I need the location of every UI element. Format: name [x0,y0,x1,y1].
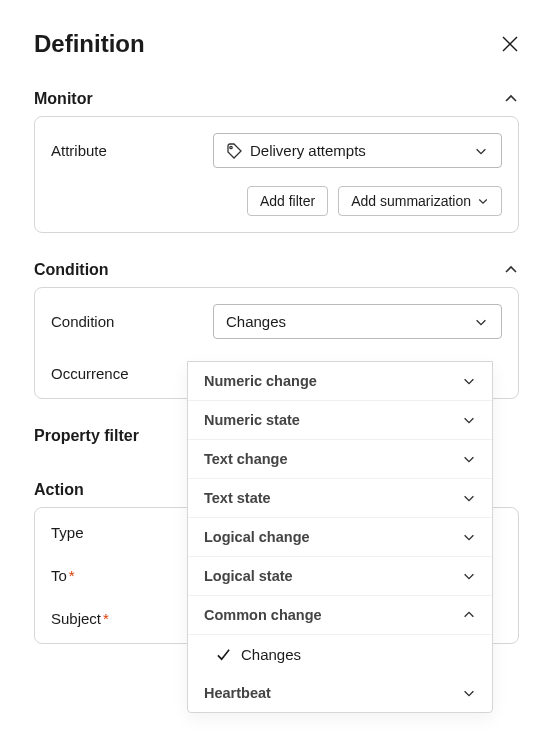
dropdown-group-heartbeat[interactable]: Heartbeat [188,674,492,712]
condition-dropdown[interactable]: Numeric change Numeric state Text change… [187,361,493,713]
dropdown-label: Numeric state [204,412,300,428]
dropdown-label: Logical change [204,529,310,545]
type-label: Type [51,524,201,541]
chevron-down-icon [462,452,476,466]
occurrence-label: Occurrence [51,365,201,382]
add-summarization-button[interactable]: Add summarization [338,186,502,216]
dropdown-group-logical-state[interactable]: Logical state [188,557,492,596]
section-title-monitor: Monitor [34,90,93,108]
attribute-select[interactable]: Delivery attempts [213,133,502,168]
dropdown-label: Logical state [204,568,293,584]
section-title-condition: Condition [34,261,109,279]
dropdown-group-text-change[interactable]: Text change [188,440,492,479]
to-label: To* [51,567,201,584]
dropdown-label: Common change [204,607,322,623]
check-icon [216,647,231,662]
attribute-label: Attribute [51,142,201,159]
condition-select[interactable]: Changes [213,304,502,339]
svg-point-2 [230,146,232,148]
dropdown-group-logical-change[interactable]: Logical change [188,518,492,557]
close-button[interactable] [497,31,523,57]
chevron-down-icon [462,686,476,700]
chevron-down-icon [462,569,476,583]
dropdown-group-numeric-change[interactable]: Numeric change [188,362,492,401]
tag-icon [226,143,242,159]
panel-header: Definition [34,0,519,76]
section-title-property-filter: Property filter [34,427,139,445]
dropdown-label: Numeric change [204,373,317,389]
chevron-up-icon [462,608,476,622]
dropdown-label: Text state [204,490,271,506]
page-title: Definition [34,30,145,58]
close-icon [501,35,519,53]
dropdown-group-common-change[interactable]: Common change [188,596,492,635]
condition-row: Condition Changes [51,304,502,339]
condition-value: Changes [226,313,286,330]
chevron-up-icon [503,91,519,107]
dropdown-group-numeric-state[interactable]: Numeric state [188,401,492,440]
add-summarization-label: Add summarization [351,193,471,209]
chevron-down-icon [462,491,476,505]
attribute-row: Attribute Delivery attempts [51,133,502,168]
section-head-monitor[interactable]: Monitor [34,76,519,116]
chevron-down-icon [462,413,476,427]
monitor-card: Attribute Delivery attempts Add filter A… [34,116,519,233]
dropdown-group-text-state[interactable]: Text state [188,479,492,518]
chevron-down-icon [474,144,488,158]
section-head-condition[interactable]: Condition [34,247,519,287]
chevron-down-icon [462,374,476,388]
chevron-down-icon [477,195,489,207]
chevron-down-icon [474,315,488,329]
dropdown-option-changes[interactable]: Changes [188,635,492,674]
dropdown-label: Heartbeat [204,685,271,701]
subject-label: Subject* [51,610,201,627]
condition-label: Condition [51,313,201,330]
add-filter-button[interactable]: Add filter [247,186,328,216]
attribute-value: Delivery attempts [250,142,366,159]
monitor-actions: Add filter Add summarization [51,186,502,216]
scrollbar[interactable] [521,0,537,747]
chevron-down-icon [462,530,476,544]
chevron-up-icon [503,262,519,278]
dropdown-label: Text change [204,451,288,467]
dropdown-option-label: Changes [241,646,301,663]
section-title-action: Action [34,481,84,499]
